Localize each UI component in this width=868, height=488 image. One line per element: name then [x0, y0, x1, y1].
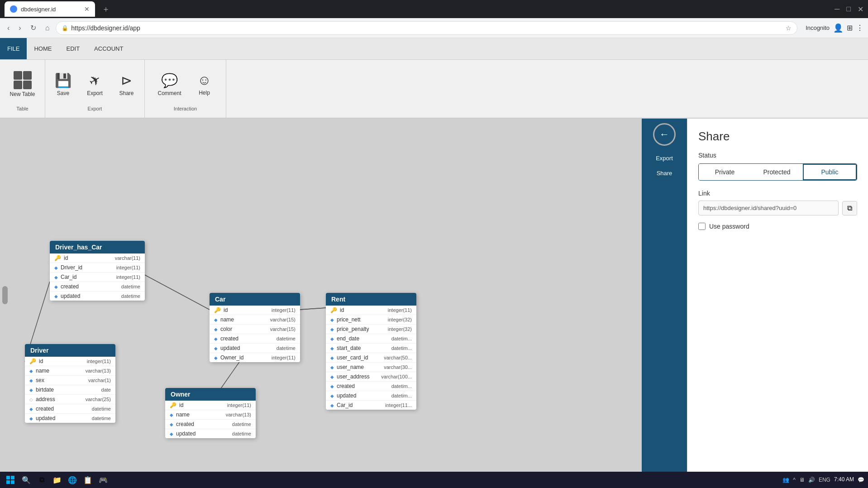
back-button[interactable]: ‹	[5, 22, 12, 34]
table-row: ◆ created datetime	[210, 334, 300, 344]
share-panel: Share Status Private Protected Public Li…	[687, 119, 868, 472]
help-icon: ☺	[197, 72, 211, 88]
side-panel-export[interactable]: Export	[654, 153, 675, 163]
table-rent-header: Rent	[326, 293, 416, 306]
table-rent[interactable]: Rent 🔑 id integer(11) ◆ price_nett integ…	[326, 293, 416, 410]
table-row: 🔑 id integer(11)	[326, 306, 416, 315]
bookmark-icon[interactable]: ☆	[786, 24, 792, 32]
address-field[interactable]: 🔒 https://dbdesigner.id/app ☆	[56, 21, 797, 35]
table-row: ◆ created datetime	[165, 420, 256, 429]
save-button[interactable]: 💾 Save	[48, 64, 79, 104]
browser-chrome: dbdesigner.id ✕ ＋ ─ □ ✕	[0, 0, 868, 18]
reload-button[interactable]: ↻	[28, 22, 39, 34]
share-link-input[interactable]	[698, 201, 839, 215]
save-icon: 💾	[55, 72, 72, 88]
maximize-button[interactable]: □	[846, 5, 851, 14]
table-driver-has-car-body: 🔑 id varchar(11) ◆ Driver_id integer(11)…	[50, 254, 145, 301]
share-title: Share	[698, 129, 857, 144]
side-panel: ← Export Share	[642, 119, 687, 472]
close-button[interactable]: ✕	[858, 5, 863, 14]
forward-button[interactable]: ›	[16, 22, 24, 34]
browser-tab-close[interactable]: ✕	[84, 5, 90, 13]
back-arrow-icon: ←	[659, 129, 669, 140]
browser-tab[interactable]: dbdesigner.id ✕	[5, 1, 95, 17]
table-row: ◆ Car_id integer(11)	[50, 273, 145, 282]
link-label: Link	[698, 190, 857, 197]
taskbar-app[interactable]: 📋	[81, 474, 94, 486]
table-driver[interactable]: Driver 🔑 id integer(11) ◆ name varchar(1…	[25, 344, 115, 423]
network-status-icon: 🖥	[799, 477, 805, 483]
table-driver-has-car[interactable]: Driver_has_Car 🔑 id varchar(11) ◆ Driver…	[50, 241, 145, 301]
comment-label: Comment	[157, 90, 181, 96]
use-password-checkbox[interactable]	[698, 223, 706, 230]
menu-icon[interactable]: ⋮	[856, 24, 863, 32]
field-icon: ◆	[170, 431, 173, 436]
table-row: ◆ created datetim...	[326, 382, 416, 391]
canvas-scrollbar[interactable]	[2, 286, 8, 304]
tab-edit[interactable]: EDIT	[59, 38, 87, 59]
fk-icon: ◆	[54, 275, 58, 280]
profile-icon[interactable]: 👤	[833, 23, 843, 33]
table-car[interactable]: Car 🔑 id integer(11) ◆ name varchar(15) …	[210, 293, 300, 362]
export-button[interactable]: ✈ Export	[79, 64, 111, 104]
status-public-button[interactable]: Public	[803, 164, 857, 180]
pk-icon: 🔑	[29, 358, 36, 364]
canvas[interactable]: Driver_has_Car 🔑 id varchar(11) ◆ Driver…	[0, 119, 642, 472]
taskbar-extra[interactable]: 🎮	[97, 474, 110, 486]
taskbar-chrome[interactable]: 🌐	[66, 474, 79, 486]
taskbar-task-view[interactable]: ⧉	[35, 474, 48, 486]
extensions-icon[interactable]: ⊞	[847, 24, 853, 32]
field-icon: ◆	[29, 416, 33, 421]
table-row: ◇ address varchar(25)	[25, 395, 115, 404]
table-row: ◆ updated datetime	[165, 429, 256, 438]
app-toolbar: FILE HOME EDIT ACCOUNT	[0, 38, 868, 60]
table-rent-body: 🔑 id integer(11) ◆ price_nett integer(32…	[326, 306, 416, 410]
tab-home[interactable]: HOME	[27, 38, 59, 59]
new-table-button[interactable]: New Table	[3, 64, 43, 104]
chevron-up-icon[interactable]: ^	[793, 477, 796, 483]
new-table-label: New Table	[10, 91, 35, 97]
save-label: Save	[57, 90, 69, 96]
fk-icon: ◆	[214, 355, 218, 360]
help-button[interactable]: ☺ Help	[189, 64, 220, 104]
browser-tab-title: dbdesigner.id	[21, 6, 81, 13]
use-password-label: Use password	[709, 223, 749, 230]
svg-rect-6	[6, 476, 10, 479]
address-text: https://dbdesigner.id/app	[71, 24, 783, 32]
table-row: ◆ color varchar(15)	[210, 325, 300, 334]
share-label: Share	[119, 90, 134, 96]
tab-account[interactable]: ACCOUNT	[87, 38, 130, 59]
new-tab-button[interactable]: ＋	[102, 4, 110, 14]
comment-button[interactable]: 💬 Comment	[150, 64, 188, 104]
lang-label: ENG	[819, 477, 830, 483]
table-row: ◆ name varchar(15)	[210, 315, 300, 325]
share-button[interactable]: ⊳ Share	[111, 64, 143, 104]
table-owner-body: 🔑 id integer(11) ◆ name varchar(13) ◆ cr…	[165, 401, 256, 438]
notifications-icon[interactable]: 💬	[858, 477, 864, 483]
table-row: ◆ user_card_id varchar(50...	[326, 353, 416, 363]
browser-favicon	[10, 5, 17, 13]
side-panel-share[interactable]: Share	[655, 168, 674, 178]
back-to-main-button[interactable]: ←	[653, 123, 676, 146]
table-row: ◆ updated datetime	[25, 414, 115, 423]
tab-file[interactable]: FILE	[0, 38, 27, 59]
table-driver-body: 🔑 id integer(11) ◆ name varchar(13) ◆ se…	[25, 357, 115, 423]
field-icon: ◆	[214, 327, 218, 332]
pk-icon: 🔑	[214, 307, 221, 313]
svg-line-0	[140, 273, 210, 310]
start-button[interactable]	[4, 473, 17, 487]
taskbar-files[interactable]: 📁	[51, 474, 63, 486]
copy-link-button[interactable]: ⧉	[842, 201, 857, 215]
status-private-button[interactable]: Private	[699, 164, 751, 180]
field-icon: ◆	[330, 365, 334, 370]
svg-rect-8	[6, 480, 10, 484]
svg-rect-9	[11, 480, 14, 484]
status-protected-button[interactable]: Protected	[751, 164, 803, 180]
table-owner[interactable]: Owner 🔑 id integer(11) ◆ name varchar(13…	[165, 388, 256, 438]
home-button[interactable]: ⌂	[43, 22, 52, 34]
taskbar-search[interactable]: 🔍	[20, 474, 33, 486]
field-icon: ◆	[170, 422, 173, 427]
minimize-button[interactable]: ─	[835, 5, 839, 14]
fk-icon: ◆	[330, 403, 334, 408]
table-row: ◆ end_date datetim...	[326, 334, 416, 344]
